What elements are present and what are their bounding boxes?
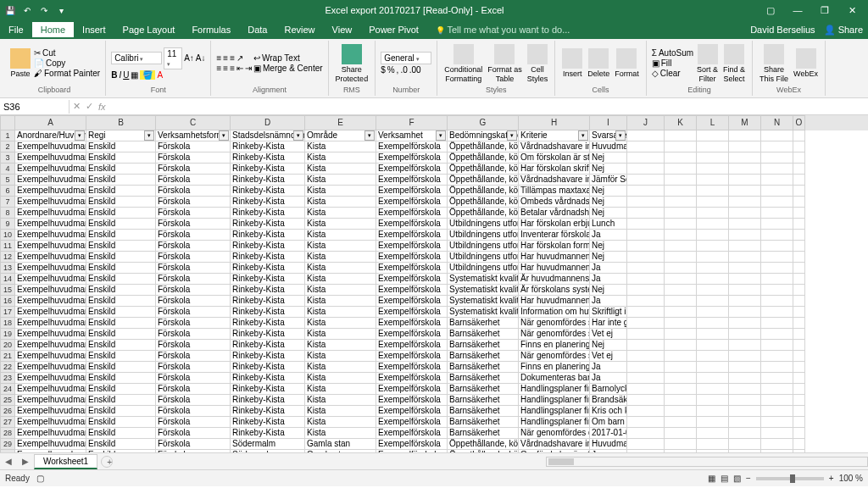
sheet-nav-prev[interactable]: ◀ bbox=[0, 455, 17, 468]
comma-icon[interactable]: , bbox=[397, 65, 399, 75]
cell[interactable]: Enskild bbox=[86, 230, 156, 241]
cell[interactable]: Systematiskt kvalitets bbox=[448, 296, 519, 307]
cell[interactable]: Enskild bbox=[86, 274, 156, 285]
cell[interactable] bbox=[793, 285, 805, 296]
cell[interactable]: Exempelhuvudman bbox=[15, 296, 86, 307]
row-header[interactable]: 2 bbox=[0, 141, 15, 152]
cell[interactable] bbox=[627, 439, 665, 450]
cell[interactable]: Kista bbox=[305, 296, 376, 307]
cell[interactable] bbox=[697, 384, 729, 395]
cell[interactable]: Rinkeby-Kista bbox=[231, 252, 305, 263]
cell[interactable]: Information om huvudr bbox=[519, 307, 590, 318]
cell[interactable]: Nej bbox=[590, 152, 627, 164]
delete-cells-button[interactable]: Delete bbox=[586, 47, 611, 80]
cell[interactable] bbox=[697, 230, 729, 241]
cell[interactable] bbox=[697, 175, 729, 186]
cell[interactable] bbox=[793, 417, 805, 428]
tab-home[interactable]: Home bbox=[32, 22, 74, 37]
cell[interactable]: Rinkeby-Kista bbox=[231, 164, 305, 175]
cell[interactable]: Exempelhuvudman bbox=[15, 318, 86, 329]
cell[interactable] bbox=[627, 252, 665, 263]
cell[interactable]: Förskola bbox=[156, 285, 231, 296]
cell[interactable]: Barnsäkerhet bbox=[448, 428, 519, 439]
cell[interactable] bbox=[729, 395, 761, 406]
row-header[interactable]: 9 bbox=[0, 219, 15, 230]
cell[interactable]: Är huvudmannens syst bbox=[519, 274, 590, 285]
cell[interactable] bbox=[697, 208, 729, 219]
cell[interactable]: Förskola bbox=[156, 230, 231, 241]
row-header[interactable]: 4 bbox=[0, 164, 15, 175]
cell[interactable] bbox=[761, 241, 793, 252]
cell[interactable]: Förskola bbox=[156, 208, 231, 219]
cell[interactable]: När genomfördes sena bbox=[519, 318, 590, 329]
cell[interactable]: Exempelhuvudman bbox=[15, 152, 86, 164]
format-cells-button[interactable]: Format bbox=[613, 47, 641, 80]
cell[interactable]: Har huvudmannen doki bbox=[519, 252, 590, 263]
cell[interactable] bbox=[627, 197, 665, 208]
cell[interactable] bbox=[761, 230, 793, 241]
cell[interactable] bbox=[761, 175, 793, 186]
cell[interactable]: Gamla stan bbox=[305, 450, 376, 452]
cell[interactable]: Kista bbox=[305, 307, 376, 318]
cell[interactable]: Exempelhuvudman bbox=[15, 263, 86, 274]
cell[interactable] bbox=[697, 263, 729, 274]
cell[interactable] bbox=[729, 197, 761, 208]
cell[interactable] bbox=[627, 406, 665, 417]
column-header[interactable]: N bbox=[761, 115, 793, 130]
cell[interactable]: Rinkeby-Kista bbox=[231, 230, 305, 241]
column-header[interactable]: K bbox=[665, 115, 697, 130]
cell[interactable]: Exempelhuvudman bbox=[15, 241, 86, 252]
cell[interactable] bbox=[761, 152, 793, 164]
cell[interactable]: Förskola bbox=[156, 219, 231, 230]
cell[interactable]: Systematiskt kvalitets bbox=[448, 307, 519, 318]
row-header[interactable]: 23 bbox=[0, 373, 15, 384]
cell[interactable]: Öppethållande, köregl bbox=[448, 141, 519, 152]
cell[interactable]: Systematiskt kvalitets bbox=[448, 274, 519, 285]
cell[interactable] bbox=[793, 373, 805, 384]
row-header[interactable]: 16 bbox=[0, 296, 15, 307]
cell[interactable]: Södermalm bbox=[231, 439, 305, 450]
cell[interactable] bbox=[665, 362, 697, 373]
cell[interactable] bbox=[697, 164, 729, 175]
cell[interactable] bbox=[729, 241, 761, 252]
align-right-icon[interactable]: ≡ bbox=[230, 64, 235, 73]
cell[interactable] bbox=[665, 241, 697, 252]
cell[interactable]: Systematiskt kvalitets bbox=[448, 285, 519, 296]
cell[interactable]: Ja bbox=[590, 274, 627, 285]
cell[interactable]: Nej bbox=[590, 241, 627, 252]
cell[interactable] bbox=[793, 197, 805, 208]
cell[interactable] bbox=[793, 241, 805, 252]
view-normal-icon[interactable]: ▦ bbox=[708, 474, 715, 483]
cell[interactable] bbox=[665, 384, 697, 395]
cell[interactable] bbox=[627, 175, 665, 186]
cell[interactable] bbox=[729, 186, 761, 197]
cell[interactable]: Rinkeby-Kista bbox=[231, 152, 305, 164]
align-middle-icon[interactable]: ≡ bbox=[223, 53, 228, 63]
cell[interactable]: Nej bbox=[590, 285, 627, 296]
cell[interactable] bbox=[793, 351, 805, 362]
cell[interactable]: Exempelförskola bbox=[376, 296, 448, 307]
cell[interactable]: Gamla stan bbox=[305, 439, 376, 450]
cell[interactable]: Barnsäkerhet bbox=[448, 384, 519, 395]
cell[interactable]: Exempelförskola bbox=[376, 307, 448, 318]
align-left-icon[interactable]: ≡ bbox=[216, 64, 221, 73]
row-header[interactable]: 22 bbox=[0, 362, 15, 373]
row-header[interactable]: 28 bbox=[0, 428, 15, 439]
cell[interactable] bbox=[761, 362, 793, 373]
cell[interactable]: När genomfördes sena bbox=[519, 329, 590, 340]
cell[interactable]: Rinkeby-Kista bbox=[231, 395, 305, 406]
cell[interactable] bbox=[793, 362, 805, 373]
cell[interactable]: Om förskolan är stäng bbox=[519, 450, 590, 452]
cell[interactable] bbox=[627, 141, 665, 152]
cell[interactable]: Exempelförskola bbox=[376, 252, 448, 263]
cell[interactable] bbox=[665, 230, 697, 241]
cell[interactable]: Enskild bbox=[86, 450, 156, 452]
cell[interactable]: Rinkeby-Kista bbox=[231, 263, 305, 274]
column-header[interactable]: J bbox=[627, 115, 665, 130]
view-pagebreak-icon[interactable]: ▧ bbox=[733, 474, 741, 483]
cell[interactable] bbox=[729, 329, 761, 340]
close-button[interactable]: ✕ bbox=[839, 2, 865, 19]
filter-header-cell[interactable]: Kriterie bbox=[519, 130, 590, 141]
column-header[interactable]: M bbox=[729, 115, 761, 130]
cell[interactable]: Förskola bbox=[156, 373, 231, 384]
